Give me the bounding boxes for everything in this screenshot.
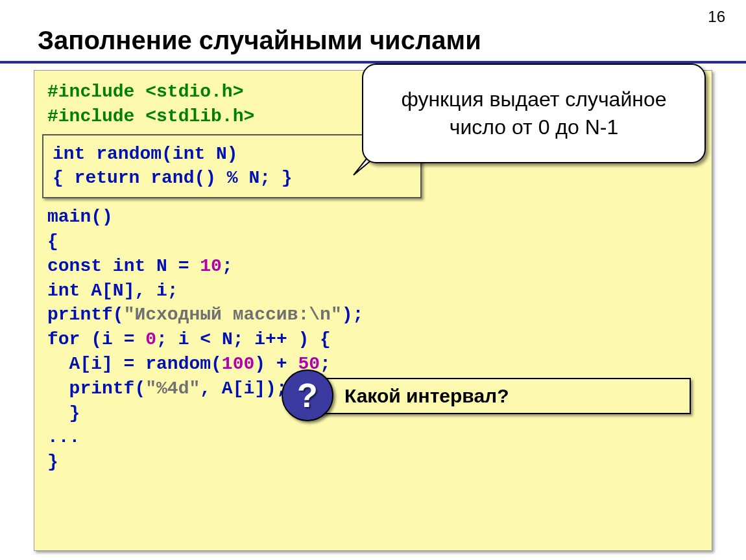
- code-text: A[N], i;: [80, 281, 178, 301]
- code-text: return: [75, 168, 140, 188]
- code-text: const: [47, 256, 102, 276]
- code-text: int: [173, 144, 205, 164]
- code-text: {: [47, 231, 58, 251]
- code-text: {: [53, 168, 75, 188]
- code-text: #include: [47, 106, 145, 126]
- code-text: #include: [47, 82, 145, 102]
- code-text: }: [47, 452, 58, 472]
- code-text: int: [47, 281, 80, 301]
- code-text: N =: [145, 256, 200, 276]
- code-text: 10: [200, 256, 222, 276]
- question-box: Какой интервал?: [302, 378, 691, 414]
- code-text: ;: [222, 256, 233, 276]
- code-text: (i =: [80, 329, 145, 349]
- code-text: A[i] = random(: [47, 354, 222, 374]
- code-text: <stdio.h>: [145, 82, 243, 102]
- code-text: random(: [85, 144, 172, 164]
- code-text: "Исходный массив:\n": [124, 305, 342, 325]
- code-text: printf(: [47, 305, 124, 325]
- code-text: ...: [47, 427, 80, 447]
- question-text: Какой интервал?: [344, 385, 509, 407]
- code-text: }: [47, 403, 80, 423]
- code-text: rand() % N; }: [139, 168, 292, 188]
- code-text: ;: [320, 354, 331, 374]
- code-text: N): [205, 144, 237, 164]
- page-title: Заполнение случайными числами: [38, 26, 481, 55]
- code-text: ) +: [254, 354, 298, 374]
- code-text: int: [53, 144, 85, 164]
- code-text: ; i < N; i++ ) {: [156, 329, 331, 349]
- code-text: "%4d": [145, 379, 200, 399]
- code-text: 100: [222, 354, 254, 374]
- code-text: <stdlib.h>: [145, 106, 254, 126]
- callout-text: функция выдает случайное число от 0 до N…: [376, 86, 692, 141]
- code-text: );: [342, 305, 364, 325]
- code-text: printf(: [47, 379, 145, 399]
- page-number: 16: [708, 8, 725, 26]
- question-mark-icon: ?: [297, 376, 318, 415]
- code-text: [102, 256, 113, 276]
- code-text: , A[i]);: [200, 379, 287, 399]
- code-text: int: [113, 256, 145, 276]
- callout-bubble: функция выдает случайное число от 0 до N…: [362, 64, 706, 163]
- question-badge: ?: [282, 369, 333, 421]
- code-text: main(): [47, 207, 113, 227]
- code-text: 0: [145, 329, 156, 349]
- code-text: for: [47, 329, 80, 349]
